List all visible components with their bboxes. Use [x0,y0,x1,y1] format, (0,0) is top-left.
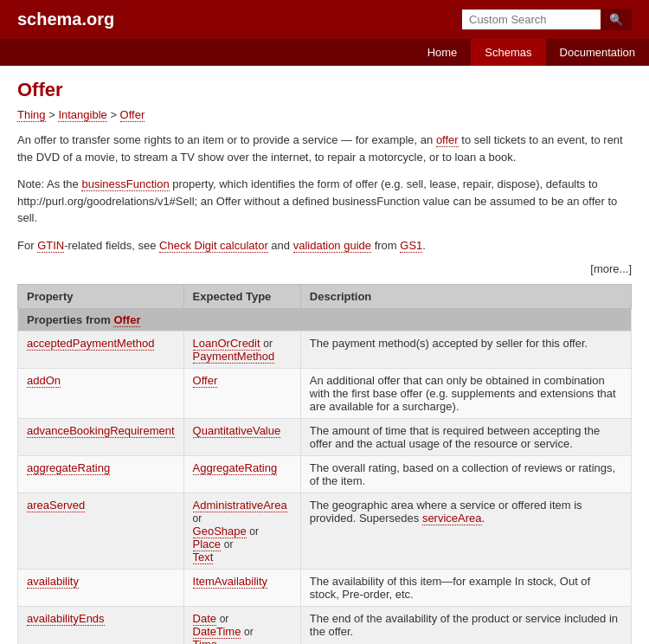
gs1-link[interactable]: GS1 [400,239,422,253]
search-input[interactable] [462,10,601,29]
type-ItemAvailability[interactable]: ItemAvailability [193,575,267,589]
prop-areaServed[interactable]: areaServed [27,499,85,512]
desc-cell: The end of the availability of the produ… [300,607,631,645]
prop-availability[interactable]: availability [27,575,79,589]
page-title: Offer [17,79,632,101]
prop-advanceBookingRequirement[interactable]: advanceBookingRequirement [27,424,175,438]
table-row: aggregateRating AggregateRating The over… [18,456,632,493]
prop-cell: availabilityEnds [18,607,184,645]
table-row: advanceBookingRequirement QuantitativeVa… [18,419,632,456]
breadcrumb-sep2: > [110,108,119,121]
table-row: availability ItemAvailability The availa… [18,570,632,607]
type-Date-ends[interactable]: Date [193,612,216,626]
type-AggregateRating[interactable]: AggregateRating [193,461,278,475]
type-GeoShape[interactable]: GeoShape [193,525,247,538]
section-header-row: Properties from Offer [18,309,632,332]
check-digit-link[interactable]: Check Digit calculator [159,239,268,253]
table-header-row: Property Expected Type Description [18,285,632,309]
more-link-container: [more...] [17,262,632,275]
desc-cell: The geographic area where a service or o… [300,493,631,570]
type-cell: LoanOrCredit or PaymentMethod [183,332,300,369]
breadcrumb-sep1: > [48,108,58,121]
search-container: 🔍 [462,9,632,30]
prop-cell: areaServed [18,493,184,570]
type-cell: AggregateRating [183,456,300,493]
type-Place[interactable]: Place [193,538,222,551]
desc-offer-link[interactable]: offer [436,133,459,147]
col-property: Property [18,285,184,309]
breadcrumb-offer[interactable]: Offer [120,108,145,122]
type-cell: Offer [183,369,300,419]
breadcrumb-thing[interactable]: Thing [17,108,46,122]
table-row: acceptedPaymentMethod LoanOrCredit or Pa… [18,332,632,369]
table-row: addOn Offer An additional offer that can… [18,369,632,419]
gtin-note: For GTIN-related fields, see Check Digit… [17,237,632,254]
nav-schemas[interactable]: Schemas [471,39,545,66]
type-DateTime-ends[interactable]: DateTime [193,625,241,639]
section-header-cell: Properties from Offer [18,309,632,332]
desc-cell: The amount of time that is required betw… [300,419,631,456]
prop-cell: advanceBookingRequirement [18,419,184,456]
type-AdministrativeArea[interactable]: AdministrativeArea [193,499,287,512]
desc-cell: The payment method(s) accepted by seller… [300,332,631,369]
search-button[interactable]: 🔍 [601,9,632,30]
type-Time-ends[interactable]: Time [193,638,217,644]
type-QuantitativeValue[interactable]: QuantitativeValue [193,424,281,438]
serviceArea-link[interactable]: serviceArea [422,512,482,525]
site-header: schema.org 🔍 [0,0,649,39]
prop-cell: addOn [18,369,184,419]
type-cell: ItemAvailability [183,570,300,607]
nav-documentation[interactable]: Documentation [546,39,649,66]
type-PaymentMethod[interactable]: PaymentMethod [193,350,275,364]
note-text: Note: As the businessFunction property, … [17,176,632,227]
site-logo: schema.org [17,10,114,29]
prop-acceptedPaymentMethod[interactable]: acceptedPaymentMethod [27,337,154,351]
business-function-link[interactable]: businessFunction [81,177,169,191]
page-description: An offer to transfer some rights to an i… [17,132,632,165]
breadcrumb-intangible[interactable]: Intangible [58,108,106,122]
table-row: areaServed AdministrativeArea or GeoShap… [18,493,632,570]
col-expected-type: Expected Type [183,285,300,309]
prop-cell: aggregateRating [18,456,184,493]
desc-cell: The availability of this item—for exampl… [300,570,631,607]
type-LoanOrCredit[interactable]: LoanOrCredit [193,337,260,351]
type-cell: Date or DateTime or Time [183,607,300,645]
table-row: availabilityEnds Date or DateTime or Tim… [18,607,632,645]
section-offer-link[interactable]: Offer [113,313,140,327]
col-description: Description [300,285,631,309]
prop-cell: availability [18,570,184,607]
type-Text[interactable]: Text [193,551,214,564]
navbar: Home Schemas Documentation [0,39,649,66]
more-link[interactable]: [more...] [590,262,632,275]
prop-aggregateRating[interactable]: aggregateRating [27,461,110,475]
breadcrumb: Thing > Intangible > Offer [17,108,632,121]
prop-availabilityEnds[interactable]: availabilityEnds [27,612,105,626]
schema-table: Property Expected Type Description Prope… [17,284,632,644]
type-cell: AdministrativeArea or GeoShape or Place … [183,493,300,570]
desc-cell: An additional offer that can only be obt… [300,369,631,419]
prop-cell: acceptedPaymentMethod [18,332,184,369]
type-Offer[interactable]: Offer [193,374,218,388]
prop-addOn[interactable]: addOn [27,374,61,388]
validation-guide-link[interactable]: validation guide [293,239,371,253]
main-content: Offer Thing > Intangible > Offer An offe… [0,66,649,644]
type-cell: QuantitativeValue [183,419,300,456]
desc-cell: The overall rating, based on a collectio… [300,456,631,493]
nav-home[interactable]: Home [414,39,472,66]
gtin-link[interactable]: GTIN [37,239,64,253]
